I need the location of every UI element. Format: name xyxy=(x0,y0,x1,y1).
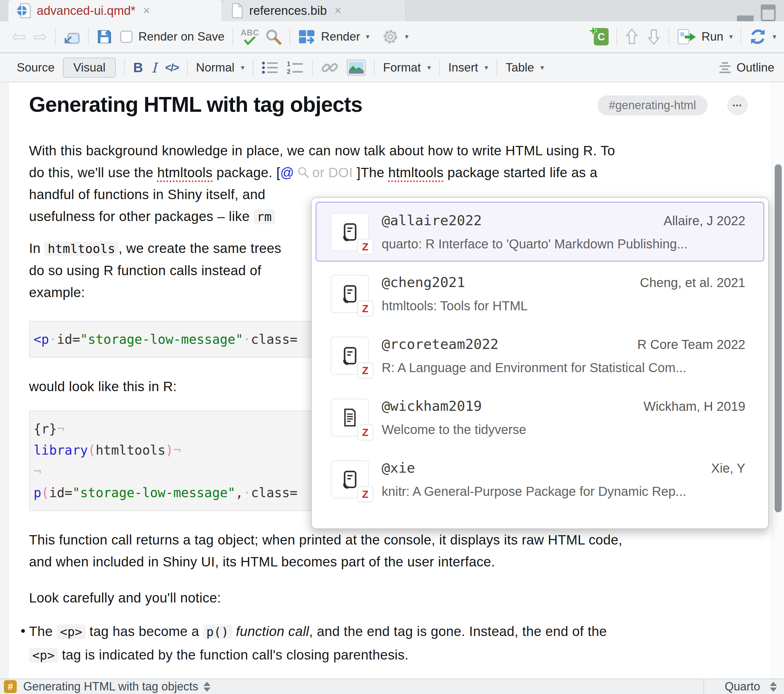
bulleted-list-icon[interactable] xyxy=(262,61,278,75)
divider xyxy=(440,59,440,76)
paragraph-style-select[interactable]: Normal xyxy=(196,61,234,74)
citation-key: @allaire2022 xyxy=(382,212,482,229)
gear-icon[interactable] xyxy=(382,28,399,45)
text-run: , we create the same trees xyxy=(118,241,281,256)
visual-editor-canvas[interactable]: #generating-html ••• Generating HTML wit… xyxy=(0,82,784,679)
code-paren: ) xyxy=(165,443,173,457)
citation-author-year: Xie, Y xyxy=(711,461,745,475)
text-run: package. xyxy=(212,165,276,180)
format-dropdown-caret-icon[interactable]: ▾ xyxy=(427,64,431,72)
run-button[interactable]: Run xyxy=(677,28,723,45)
render-on-save-checkbox[interactable] xyxy=(120,31,132,43)
insert-chunk-icon[interactable]: C+ xyxy=(594,28,609,45)
code-token: = xyxy=(290,332,298,347)
section-navigator[interactable]: Generating HTML with tag objects xyxy=(23,680,198,693)
file-icon xyxy=(231,3,244,18)
text-run: tag is indicated by the function call's … xyxy=(58,647,409,663)
quarto-file-icon xyxy=(17,3,31,18)
citation-author-year: Cheng, et al. 2021 xyxy=(640,275,745,290)
vertical-scrollbar[interactable] xyxy=(772,82,784,679)
render-button[interactable]: Render xyxy=(298,29,360,44)
svg-text:1: 1 xyxy=(287,61,290,67)
text-run: With this background knowledge in place,… xyxy=(29,143,615,158)
italic-icon[interactable]: I xyxy=(152,60,157,76)
rerun-icon[interactable] xyxy=(749,28,767,46)
maximize-pane-icon[interactable] xyxy=(761,5,776,21)
go-to-previous-chunk-icon[interactable] xyxy=(625,28,639,46)
citation-entry[interactable]: Z @wickham2019 Wickham, H 2019 Welcome t… xyxy=(316,387,764,447)
book-icon: Z xyxy=(331,337,369,375)
bold-icon[interactable]: B xyxy=(133,60,143,76)
document-format-selector[interactable]: Quarto xyxy=(703,679,780,694)
section-selector-arrows-icon[interactable] xyxy=(203,682,211,692)
inline-code: <p> xyxy=(29,648,58,663)
citation-entry[interactable]: Z @xie Xie, Y knitr: A General-Purpose P… xyxy=(316,449,764,509)
citation-completion-popup: Z @allaire2022 Allaire, J 2022 quarto: R… xyxy=(311,197,769,529)
book-icon: Z xyxy=(331,275,369,313)
citation-title: knitr: A General-Purpose Package for Dyn… xyxy=(382,484,745,499)
inline-code: htmltools xyxy=(44,241,119,256)
image-icon[interactable] xyxy=(347,59,366,76)
editor-tab-bar: advanced-ui.qmd* × references.bib × xyxy=(0,0,784,21)
spellcheck-icon[interactable]: ABC xyxy=(241,29,259,45)
outline-button[interactable]: Outline xyxy=(718,61,774,74)
code-token: = xyxy=(64,485,72,500)
return-marker: ¬ xyxy=(33,464,41,479)
tab-references-bib[interactable]: references.bib × xyxy=(222,0,405,21)
table-dropdown-caret-icon[interactable]: ▾ xyxy=(540,64,544,72)
link-icon[interactable] xyxy=(321,59,338,76)
close-icon[interactable]: × xyxy=(143,4,150,17)
citation-key: @xie xyxy=(382,460,415,476)
text-run: and when included in Shiny UI, its HTML … xyxy=(29,554,495,569)
editor-left-gutter xyxy=(0,82,9,679)
go-to-next-chunk-icon[interactable] xyxy=(647,28,661,46)
close-icon[interactable]: × xyxy=(334,4,341,17)
bullet-icon: • xyxy=(21,619,25,643)
visual-mode-button[interactable]: Visual xyxy=(63,58,116,78)
inline-code-icon[interactable]: </> xyxy=(165,61,179,74)
citation-entry[interactable]: Z @allaire2022 Allaire, J 2022 quarto: R… xyxy=(316,202,764,261)
citation-author-year: Allaire, J 2022 xyxy=(664,214,745,228)
minimize-pane-icon[interactable] xyxy=(737,10,754,21)
divider xyxy=(290,28,290,45)
code-function: library xyxy=(33,443,88,457)
book-icon: Z xyxy=(331,213,369,251)
code-token: id xyxy=(57,332,72,347)
scrollbar-thumb[interactable] xyxy=(775,164,782,512)
text-run: handful of functions in Shiny itself, an… xyxy=(29,187,265,202)
insert-menu[interactable]: Insert xyxy=(448,61,478,74)
misspelled-word: htmltools xyxy=(157,165,213,180)
open-in-new-window-icon[interactable] xyxy=(64,29,80,44)
render-dropdown-caret-icon[interactable]: ▾ xyxy=(366,33,369,41)
pane-window-controls xyxy=(737,5,776,21)
forward-icon[interactable]: ⇨ xyxy=(33,28,48,45)
citation-bracket: ] xyxy=(357,165,361,180)
render-icon xyxy=(298,29,316,44)
format-menu[interactable]: Format xyxy=(383,61,421,74)
code-string: "storage-low-message" xyxy=(72,485,236,500)
source-mode-button[interactable]: Source xyxy=(17,61,54,74)
numbered-list-icon[interactable]: 12 xyxy=(287,61,304,75)
code-token: class xyxy=(251,332,290,347)
section-more-button[interactable]: ••• xyxy=(727,95,748,115)
style-dropdown-caret-icon[interactable]: ▾ xyxy=(241,64,244,72)
settings-dropdown-caret-icon[interactable]: ▾ xyxy=(405,33,408,41)
paragraph-3: This function call returns a tag object;… xyxy=(29,529,742,573)
citation-title: Welcome to the tidyverse xyxy=(382,423,745,437)
rerun-dropdown-caret-icon[interactable]: ▾ xyxy=(773,33,776,41)
save-icon[interactable] xyxy=(96,29,112,45)
tab-label: advanced-ui.qmd* xyxy=(37,4,135,18)
divider xyxy=(253,59,254,76)
emphasized-text: function call xyxy=(236,624,309,639)
citation-entry[interactable]: Z @cheng2021 Cheng, et al. 2021 htmltool… xyxy=(316,263,764,324)
back-icon[interactable]: ⇦ xyxy=(12,28,26,45)
run-dropdown-caret-icon[interactable]: ▾ xyxy=(729,33,733,41)
search-icon[interactable] xyxy=(265,28,282,45)
insert-dropdown-caret-icon[interactable]: ▾ xyxy=(484,64,488,72)
citation-title: htmltools: Tools for HTML xyxy=(382,299,745,313)
table-menu[interactable]: Table xyxy=(506,61,534,74)
section-hash-icon: # xyxy=(4,680,17,693)
svg-text:2: 2 xyxy=(287,68,290,75)
citation-entry[interactable]: Z @rcoreteam2022 R Core Team 2022 R: A L… xyxy=(316,326,764,385)
tab-advanced-ui-qmd[interactable]: advanced-ui.qmd* × xyxy=(8,0,222,21)
